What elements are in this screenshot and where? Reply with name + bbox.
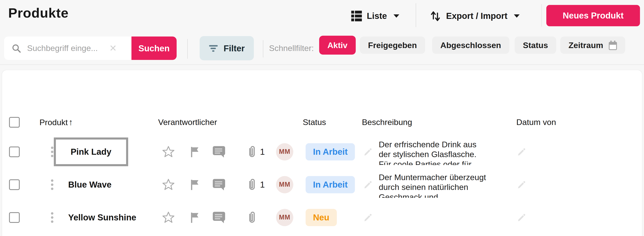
quickfilter-chip-zeitraum[interactable]: Zeitraum (560, 36, 626, 54)
comment-icon[interactable] (212, 179, 226, 191)
search-box: ✕ (4, 36, 132, 60)
quickfilter-label: Schnellfilter: (269, 43, 314, 53)
toolbar-divider (263, 40, 263, 57)
table-header: Produkt↑ Verantwortlicher Status Beschre… (0, 111, 644, 133)
quickfilter-chip-abgeschlossen[interactable]: Abgeschlossen (432, 36, 509, 54)
export-import-label: Export / Import (446, 11, 508, 21)
edit-description-pencil-icon[interactable] (363, 180, 373, 190)
filter-button[interactable]: Filter (200, 36, 254, 60)
arrows-up-down-icon (430, 10, 441, 22)
view-switcher-button[interactable]: Liste (351, 6, 399, 26)
flag-icon[interactable] (189, 179, 200, 191)
flag-icon[interactable] (189, 211, 200, 224)
filter-icon (209, 44, 218, 52)
column-header-beschreibung[interactable]: Beschreibung (362, 117, 412, 127)
column-header-status[interactable]: Status (303, 117, 326, 127)
kebab-menu-icon[interactable] (49, 178, 55, 192)
comment-icon[interactable] (212, 211, 226, 224)
toolbar-separator (0, 64, 644, 65)
quickfilter-chip-freigegeben[interactable]: Freigegeben (360, 36, 425, 54)
topbar-divider (542, 4, 542, 27)
select-all-checkbox[interactable] (9, 117, 20, 128)
edit-date-pencil-icon[interactable] (517, 147, 526, 157)
row-checkbox[interactable] (9, 147, 20, 157)
kebab-menu-icon[interactable] (49, 211, 55, 225)
chevron-down-icon (394, 14, 399, 17)
filter-button-label: Filter (224, 43, 244, 53)
clear-search-icon[interactable]: ✕ (109, 43, 117, 53)
avatar[interactable]: MM (276, 209, 293, 226)
search-input[interactable] (26, 43, 108, 53)
toolbar-divider (187, 39, 188, 59)
table-row-pink-lady: Pink Lady 1 MM In Arbeit Der erfrischend… (0, 136, 644, 168)
edit-description-pencil-icon[interactable] (363, 213, 373, 223)
search-icon (12, 43, 21, 53)
avatar[interactable]: MM (276, 176, 293, 193)
quickfilter-chip-status[interactable]: Status (515, 36, 556, 54)
page-title: Produkte (8, 5, 69, 21)
edit-description-pencil-icon[interactable] (363, 147, 373, 157)
edit-date-pencil-icon[interactable] (517, 213, 526, 223)
paperclip-icon[interactable] (247, 144, 257, 159)
edit-date-pencil-icon[interactable] (517, 180, 526, 190)
column-header-produkt[interactable]: Produkt↑ (40, 117, 73, 127)
table-row-blue-wave: Blue Wave 1 MM In Arbeit Der Muntermache… (0, 168, 644, 201)
paperclip-icon[interactable] (247, 177, 257, 192)
status-badge[interactable]: Neu (306, 209, 336, 226)
quickfilter-chip-zeitraum-label: Zeitraum (568, 40, 603, 50)
chevron-down-icon (514, 14, 520, 17)
export-import-button[interactable]: Export / Import (430, 6, 520, 26)
product-name[interactable]: Yellow Sunshine (68, 213, 136, 223)
search-button[interactable]: Suchen (132, 36, 177, 60)
table-list-icon (351, 11, 362, 21)
selected-product-cell[interactable]: Pink Lady (54, 138, 128, 166)
calendar-icon (609, 40, 617, 50)
star-icon[interactable] (162, 211, 175, 224)
new-product-button[interactable]: Neues Produkt (546, 5, 640, 26)
products-page: Produkte Liste Export / Import Neues Pro… (0, 0, 644, 236)
row-checkbox[interactable] (9, 179, 20, 190)
status-badge[interactable]: In Arbeit (306, 176, 355, 193)
column-header-datum-von[interactable]: Datum von (516, 117, 556, 127)
product-name[interactable]: Blue Wave (68, 180, 112, 190)
avatar[interactable]: MM (276, 143, 293, 161)
product-name: Pink Lady (71, 147, 111, 157)
quickfilter-chip-aktiv[interactable]: Aktiv (319, 36, 356, 55)
star-icon[interactable] (162, 145, 175, 158)
status-badge[interactable]: In Arbeit (306, 143, 355, 161)
comment-icon[interactable] (212, 146, 226, 158)
star-icon[interactable] (162, 178, 175, 191)
topbar-divider (416, 3, 416, 27)
sort-ascending-icon: ↑ (69, 117, 73, 127)
view-switcher-label: Liste (367, 11, 387, 21)
column-header-verantwortlicher[interactable]: Verantwortlicher (158, 117, 217, 127)
description-text[interactable]: Der Muntermacher überzeugt durch seinen … (379, 172, 487, 198)
row-checkbox[interactable] (9, 212, 20, 223)
flag-icon[interactable] (189, 146, 200, 158)
paperclip-icon[interactable] (247, 210, 257, 225)
table-row-yellow-sunshine: Yellow Sunshine MM Neu (0, 201, 644, 234)
attachment-count: 1 (260, 147, 265, 157)
attachment-count: 1 (260, 180, 265, 190)
description-text[interactable]: Der erfrischende Drink aus der stylische… (379, 140, 487, 165)
